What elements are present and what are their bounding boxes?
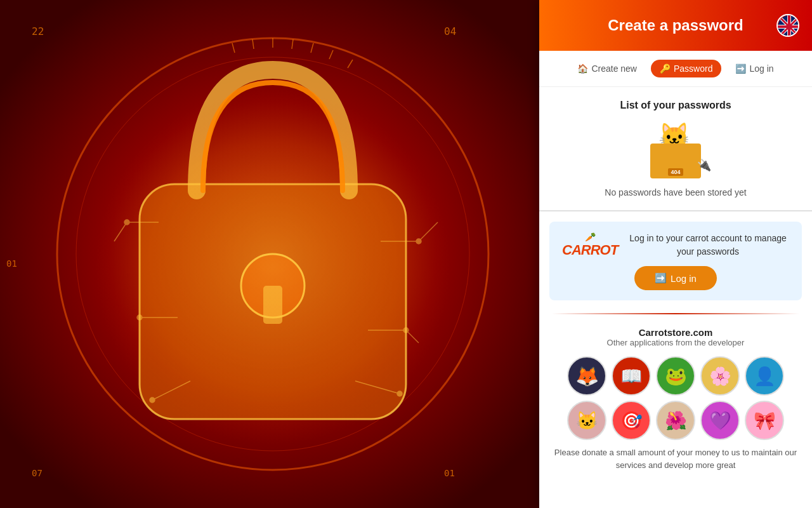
app-icon-1[interactable]: 🦊: [567, 356, 606, 396]
svg-text:22: 22: [32, 25, 44, 37]
app-icon-8[interactable]: 🌺: [656, 401, 695, 440]
svg-text:01: 01: [444, 468, 455, 478]
empty-text: No passwords have been stored yet: [552, 187, 799, 197]
developer-section: Carrotstore.com Other applications from …: [539, 317, 812, 481]
section-divider: [552, 313, 799, 314]
home-icon: 🏠: [577, 64, 588, 74]
app-grid: 🦊 📖 🐸 🌸 👤: [552, 356, 799, 396]
app-grid-row2: 🐱 🎯 🌺 💜 🎀: [552, 401, 799, 440]
app-icon-9[interactable]: 💜: [700, 401, 740, 440]
language-selector[interactable]: [776, 14, 799, 37]
login-promo-button[interactable]: ➡️ Log in: [634, 266, 717, 290]
svg-text:07: 07: [32, 468, 43, 478]
carrot-leaf-icon: 🥕: [585, 232, 596, 242]
empty-illustration: 🐱 404 🔌: [638, 121, 714, 178]
key-icon: 🔑: [660, 64, 671, 74]
app-icon-7[interactable]: 🎯: [612, 401, 651, 440]
app-icon-3[interactable]: 🐸: [656, 356, 695, 396]
app-icon-10[interactable]: 🎀: [745, 401, 784, 440]
app-icon-4[interactable]: 🌸: [700, 356, 740, 396]
main-panel: Create a password 🏠: [539, 0, 812, 508]
login-arrow-icon: ➡️: [655, 272, 667, 284]
tab-password[interactable]: 🔑 Password: [651, 60, 721, 77]
app-icon-6[interactable]: 🐱: [567, 401, 606, 440]
developer-title: Carrotstore.com: [552, 327, 799, 338]
developer-subtitle: Other applications from the developer: [552, 338, 799, 347]
svg-point-30: [95, 89, 450, 444]
panel-header: Create a password: [539, 0, 812, 51]
login-promo-content: 🥕 CARROT Log in to your carrot account t…: [562, 232, 789, 258]
login-promo-section: 🥕 CARROT Log in to your carrot account t…: [549, 222, 802, 300]
box-label: 404: [668, 168, 683, 176]
background: 22 04 01 07 01: [0, 0, 546, 508]
password-section: List of your passwords 🐱 404 🔌 No passwo…: [539, 87, 812, 211]
tab-login[interactable]: ➡️ Log in: [726, 60, 782, 77]
login-promo-text: Log in to your carrot account to manage …: [627, 232, 789, 258]
app-icon-5[interactable]: 👤: [745, 356, 784, 396]
svg-text:01: 01: [6, 258, 17, 269]
svg-text:04: 04: [444, 25, 456, 37]
app-icon-2[interactable]: 📖: [612, 356, 651, 396]
donate-text: Please donate a small amount of your mon…: [552, 446, 799, 471]
login-icon: ➡️: [735, 64, 746, 74]
nav-tabs: 🏠 Create new 🔑 Password ➡️ Log in: [539, 51, 812, 87]
tab-create-new[interactable]: 🏠 Create new: [568, 60, 646, 77]
panel-title: Create a password: [575, 17, 776, 34]
box-404: 404: [650, 144, 701, 178]
carrot-brand-logo: CARROT: [562, 242, 618, 258]
password-list-title: List of your passwords: [552, 100, 799, 111]
plug-icon: 🔌: [697, 158, 711, 172]
